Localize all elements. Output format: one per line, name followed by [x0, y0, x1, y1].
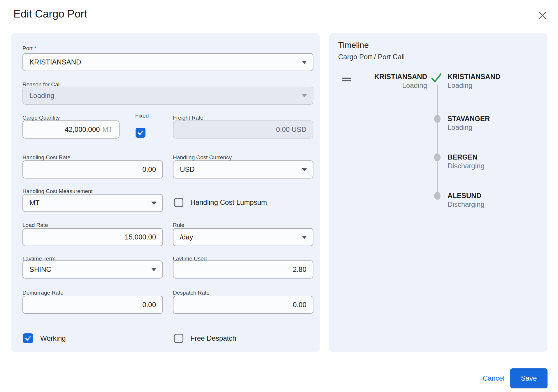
- chevron-down-icon: [151, 202, 157, 205]
- chevron-down-icon: [302, 94, 307, 97]
- stop-port-reason: Loading: [448, 123, 490, 132]
- timeline-dot: [434, 115, 441, 123]
- fixed-label: Fixed: [127, 113, 157, 119]
- handling-cost-currency-label: Handling Cost Currency: [173, 154, 232, 161]
- freight-rate-input: 0.00 USD: [173, 120, 313, 139]
- checkmark-icon: [137, 129, 144, 136]
- despatch-rate-input[interactable]: 0.00: [173, 296, 313, 314]
- freight-rate-label: Freight Rate: [173, 115, 203, 121]
- page-title: Edit Cargo Port: [13, 8, 87, 20]
- handling-cost-rate-input[interactable]: 0.00: [22, 160, 163, 178]
- reason-for-call-select: Loading: [22, 87, 313, 105]
- rule-label: Rule: [173, 222, 184, 228]
- timeline-stop: STAVANGER Loading: [448, 114, 490, 132]
- cargo-quantity-label: Cargo Quantity: [22, 115, 60, 121]
- laytime-used-input[interactable]: 2.80: [173, 260, 313, 279]
- cancel-button[interactable]: Cancel: [472, 371, 515, 386]
- handling-cost-rate-value: 0.00: [142, 165, 156, 174]
- load-rate-input[interactable]: 15,000.00: [22, 228, 163, 246]
- fixed-checkbox[interactable]: [136, 128, 145, 138]
- free-despatch-checkbox[interactable]: [174, 334, 183, 343]
- stop-port-reason: Discharging: [448, 162, 485, 170]
- despatch-rate-value: 0.00: [293, 301, 306, 309]
- load-rate-value: 15,000.00: [125, 233, 156, 241]
- timeline-title: Timeline: [338, 40, 369, 50]
- handling-cost-measurement-label: Handling Cost Measurement: [22, 188, 93, 195]
- stop-port-name: ALESUND: [448, 191, 485, 200]
- working-label[interactable]: Working: [40, 334, 66, 343]
- timeline-stop: BERGEN Discharging: [448, 153, 485, 170]
- chevron-down-icon: [151, 268, 157, 271]
- laytime-term-select[interactable]: SHINC: [22, 260, 163, 279]
- handling-cost-currency-value: USD: [180, 165, 195, 174]
- laytime-used-value: 2.80: [293, 265, 306, 274]
- demurrage-rate-label: Demurrage Rate: [22, 290, 63, 296]
- cargo-quantity-input[interactable]: 42,000.000 MT: [22, 120, 120, 139]
- port-select[interactable]: KRISTIANSAND: [22, 53, 313, 71]
- save-button[interactable]: Save: [510, 368, 548, 388]
- reason-for-call-value: Loading: [29, 92, 54, 100]
- rule-select[interactable]: /day: [173, 228, 313, 246]
- stop-port-name: KRISTIANSAND: [448, 72, 500, 81]
- chevron-down-icon: [302, 168, 307, 171]
- handling-cost-measurement-select[interactable]: MT: [22, 194, 163, 212]
- handling-cost-currency-select[interactable]: USD: [173, 160, 313, 178]
- demurrage-rate-input[interactable]: 0.00: [22, 296, 163, 314]
- rule-value: /day: [180, 233, 193, 241]
- timeline-current-cargo-port: KRISTIANSAND Loading: [346, 72, 427, 90]
- stop-port-reason: Discharging: [448, 200, 485, 209]
- handling-cost-lumpsum-label[interactable]: Handling Cost Lumpsum: [190, 198, 267, 207]
- timeline-dot: [434, 153, 441, 161]
- stop-port-name: STAVANGER: [448, 114, 490, 123]
- working-checkbox[interactable]: [23, 333, 33, 343]
- stop-port-name: BERGEN: [448, 153, 485, 162]
- checkmark-icon: [24, 335, 31, 342]
- close-x-glyph: [538, 11, 547, 20]
- port-label: Port *: [22, 45, 36, 52]
- timeline-dot: [434, 192, 441, 200]
- timeline-panel: Timeline Cargo Port / Port Call KRISTIAN…: [329, 33, 548, 352]
- cargo-quantity-value: 42,000.000: [65, 125, 100, 134]
- timeline-line: [437, 85, 438, 196]
- current-port-reason: Loading: [346, 81, 427, 90]
- chevron-down-icon: [302, 61, 307, 64]
- edit-cargo-port-dialog: Edit Cargo Port Port * KRISTIANSAND Reas…: [0, 0, 558, 392]
- timeline-subtitle: Cargo Port / Port Call: [338, 52, 405, 61]
- current-port-name: KRISTIANSAND: [346, 72, 427, 81]
- demurrage-rate-value: 0.00: [142, 301, 156, 309]
- cargo-quantity-unit: MT: [102, 125, 113, 134]
- stop-port-reason: Loading: [448, 81, 500, 90]
- port-value: KRISTIANSAND: [29, 58, 81, 66]
- check-icon: [431, 73, 442, 83]
- laytime-term-value: SHINC: [29, 265, 51, 274]
- handling-cost-lumpsum-checkbox[interactable]: [174, 198, 183, 207]
- timeline-stop: KRISTIANSAND Loading: [448, 72, 500, 90]
- despatch-rate-label: Despatch Rate: [173, 290, 210, 296]
- freight-rate-value: 0.00 USD: [276, 125, 306, 134]
- handling-cost-measurement-value: MT: [29, 199, 40, 207]
- close-icon[interactable]: [536, 9, 549, 22]
- cargo-port-form-panel: Port * KRISTIANSAND Reason for Call Load…: [11, 33, 320, 352]
- handling-cost-rate-label: Handling Cost Rate: [22, 154, 71, 161]
- timeline-stop: ALESUND Discharging: [448, 191, 485, 209]
- chevron-down-icon: [302, 236, 307, 239]
- load-rate-label: Load Rate: [22, 222, 48, 228]
- free-despatch-label[interactable]: Free Despatch: [190, 334, 236, 343]
